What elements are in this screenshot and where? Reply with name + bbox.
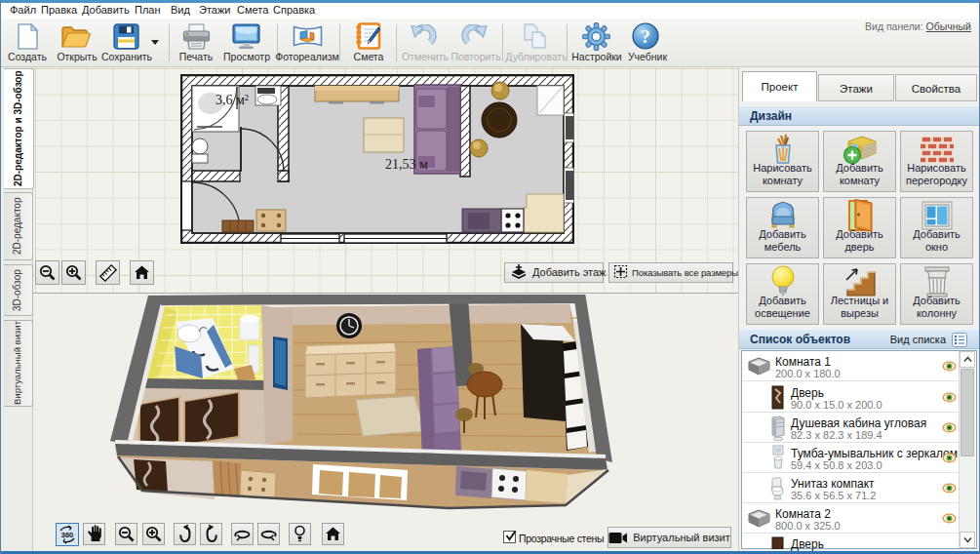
- svg-text:3,6 м²: 3,6 м²: [216, 93, 249, 107]
- svg-text:360: 360: [61, 531, 74, 539]
- svg-text:?: ?: [641, 26, 650, 47]
- svg-text:21,53 м: 21,53 м: [385, 157, 428, 172]
